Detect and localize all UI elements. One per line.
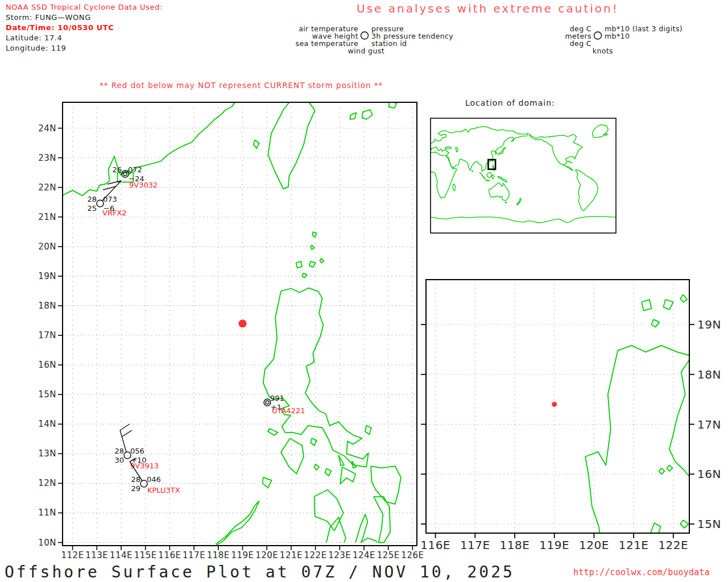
x-tick-label: 115E <box>134 550 157 560</box>
obs-pressure: 073 <box>103 195 117 203</box>
obs-air-temp: 26 <box>112 165 122 174</box>
y-tick-label: 14N <box>38 419 56 429</box>
coastline <box>315 464 320 470</box>
coastline <box>309 261 316 267</box>
zoom-map-frame <box>426 280 689 533</box>
storm-position-dot <box>239 319 247 327</box>
station-id-label: 9V3032 <box>129 181 158 189</box>
coastline <box>667 465 673 472</box>
coastline <box>326 517 346 542</box>
coastline <box>365 426 371 435</box>
obs-sea-temp: 25 <box>87 204 97 213</box>
x-tick-label: 121E <box>280 550 303 560</box>
station-plot: 991+1UTA4221 <box>264 394 305 415</box>
offshore-surface-plot-page: NOAA SSD Tropical Cyclone Data Used: Sto… <box>0 0 728 582</box>
x-tick-label: 117E <box>183 550 205 560</box>
y-tick-label: 18N <box>697 368 721 381</box>
coastline <box>362 110 373 119</box>
obs-sea-temp: 29 <box>131 484 140 493</box>
coastline <box>431 217 616 223</box>
coastline <box>498 176 507 182</box>
coastline <box>311 438 317 446</box>
coastline <box>485 180 490 181</box>
coastline <box>325 468 332 476</box>
obs-sea-temp: 30 <box>114 456 124 464</box>
x-tick-label: 114E <box>110 550 133 560</box>
coastline <box>340 467 355 484</box>
coastline <box>371 466 401 504</box>
y-tick-label: 24N <box>38 123 56 134</box>
obs-pressure: 046 <box>147 475 161 484</box>
coastline <box>505 202 507 203</box>
zoom-inset-map: 116E117E118E119E120E121E122E19N18N17N16N… <box>420 280 721 552</box>
x-tick-label: 113E <box>85 550 108 560</box>
obs-air-temp: 28 <box>114 447 124 455</box>
obs-pressure: 056 <box>130 447 144 455</box>
y-tick-label: 15N <box>38 389 56 400</box>
coastline <box>498 149 503 155</box>
coastline <box>489 182 509 201</box>
station-plot: 26072−249V3032 <box>112 165 158 189</box>
coastline <box>650 523 660 534</box>
obs-air-temp: 28 <box>87 195 97 203</box>
coastline <box>432 147 449 156</box>
world-inset-map <box>422 118 616 233</box>
map-graphics: 112E113E114E115E116E117E118E119E120E121E… <box>0 0 728 582</box>
y-tick-label: 20N <box>38 242 56 252</box>
coastline <box>585 346 689 535</box>
coastline <box>315 490 344 531</box>
coastline <box>428 127 528 172</box>
coastline <box>311 245 314 250</box>
coastline <box>338 455 344 465</box>
coastline <box>652 319 660 327</box>
x-tick-label: 123E <box>328 550 351 560</box>
obs-air-temp: 28 <box>131 475 140 484</box>
coastline <box>492 175 495 179</box>
wind-barb <box>122 430 132 436</box>
x-tick-label: 119E <box>539 538 569 552</box>
main-map: 112E113E114E115E116E117E118E119E120E121E… <box>38 99 424 561</box>
coastline <box>445 147 452 149</box>
obs-pressure: 991 <box>270 394 284 402</box>
coastline <box>659 468 665 475</box>
coastline <box>680 294 687 302</box>
y-tick-label: 11N <box>38 508 56 518</box>
y-tick-label: 12N <box>38 478 56 488</box>
coastline <box>479 172 485 179</box>
y-tick-label: 19N <box>38 271 56 281</box>
coastline <box>355 514 367 543</box>
coastline <box>268 429 278 435</box>
coastline <box>296 261 302 268</box>
y-tick-label: 19N <box>697 318 721 331</box>
y-tick-label: 16N <box>38 360 56 370</box>
coastline <box>530 134 582 171</box>
x-tick-label: 118E <box>500 538 530 552</box>
coastline <box>669 359 690 476</box>
y-tick-label: 15N <box>697 517 721 531</box>
coastline <box>453 184 456 191</box>
x-tick-label: 118E <box>207 550 230 560</box>
x-tick-label: 120E <box>255 550 278 560</box>
y-tick-label: 22N <box>38 182 56 193</box>
coastline <box>313 232 317 237</box>
y-tick-label: 13N <box>38 448 56 459</box>
station-id-label: KPLU3TX <box>147 486 180 494</box>
coastline <box>320 259 324 263</box>
coastline <box>487 172 492 177</box>
x-tick-label: 112E <box>61 550 84 560</box>
wind-barb <box>120 424 130 430</box>
x-tick-label: 117E <box>460 538 490 552</box>
coastline <box>374 497 390 543</box>
x-tick-label: 119E <box>231 550 254 560</box>
x-tick-label: 120E <box>579 538 609 552</box>
coastline <box>302 273 307 278</box>
x-tick-label: 116E <box>420 538 450 552</box>
coastline <box>603 134 607 135</box>
legend-station-circle <box>361 32 369 39</box>
coastline <box>568 161 572 163</box>
y-tick-label: 10N <box>38 538 56 548</box>
y-tick-label: 23N <box>38 153 56 163</box>
coastline <box>456 147 458 152</box>
world-map-frame <box>431 118 616 233</box>
y-tick-label: 21N <box>38 212 56 222</box>
